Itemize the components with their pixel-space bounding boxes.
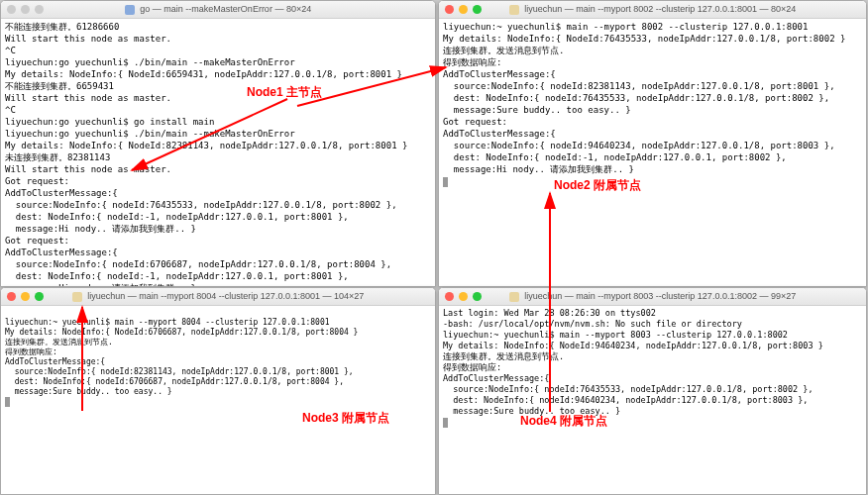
close-icon[interactable] — [445, 292, 454, 301]
traffic-lights[interactable] — [7, 292, 44, 301]
window-title: liyuechun — main --myport 8002 --cluster… — [439, 4, 866, 15]
terminal-output[interactable]: 不能连接到集群。61286660 Will start this node as… — [1, 19, 435, 287]
terminal-window-node3[interactable]: liyuechun — main --myport 8004 --cluster… — [0, 287, 436, 495]
zoom-icon[interactable] — [473, 5, 482, 14]
close-icon[interactable] — [7, 292, 16, 301]
annotation-node1: Node1 主节点 — [247, 84, 322, 101]
minimize-icon[interactable] — [459, 5, 468, 14]
titlebar[interactable]: liyuechun — main --myport 8002 --cluster… — [439, 1, 866, 19]
traffic-lights[interactable] — [445, 292, 482, 301]
home-icon — [509, 5, 519, 15]
traffic-lights[interactable] — [445, 5, 482, 14]
zoom-icon[interactable] — [473, 292, 482, 301]
window-title: liyuechun — main --myport 8004 --cluster… — [1, 291, 435, 302]
traffic-lights[interactable] — [7, 5, 44, 14]
terminal-window-node4[interactable]: liyuechun — main --myport 8003 --cluster… — [438, 287, 867, 495]
terminal-output[interactable]: liyuechun:~ yuechunli$ main --myport 800… — [439, 19, 866, 189]
zoom-icon[interactable] — [35, 5, 44, 14]
annotation-node4: Node4 附属节点 — [520, 413, 607, 430]
titlebar[interactable]: liyuechun — main --myport 8003 --cluster… — [439, 288, 866, 306]
home-icon — [72, 292, 82, 302]
terminal-output[interactable]: Last login: Wed Mar 28 08:26:30 on ttys0… — [439, 306, 866, 430]
titlebar[interactable]: go — main --makeMasterOnError — 80×24 — [1, 1, 435, 19]
annotation-node2: Node2 附属节点 — [554, 177, 641, 194]
terminal-window-node2[interactable]: liyuechun — main --myport 8002 --cluster… — [438, 0, 867, 287]
terminal-window-node1[interactable]: go — main --makeMasterOnError — 80×24 不能… — [0, 0, 436, 287]
titlebar[interactable]: liyuechun — main --myport 8004 --cluster… — [1, 288, 435, 306]
close-icon[interactable] — [445, 5, 454, 14]
close-icon[interactable] — [7, 5, 16, 14]
minimize-icon[interactable] — [459, 292, 468, 301]
annotation-node3: Node3 附属节点 — [302, 410, 389, 427]
minimize-icon[interactable] — [21, 292, 30, 301]
home-icon — [509, 292, 519, 302]
zoom-icon[interactable] — [35, 292, 44, 301]
folder-icon — [125, 5, 135, 15]
window-title: liyuechun — main --myport 8003 --cluster… — [439, 291, 866, 302]
window-title: go — main --makeMasterOnError — 80×24 — [1, 4, 435, 15]
terminal-output[interactable]: liyuechun:~ yuechunli$ main --myport 800… — [1, 306, 435, 410]
minimize-icon[interactable] — [21, 5, 30, 14]
